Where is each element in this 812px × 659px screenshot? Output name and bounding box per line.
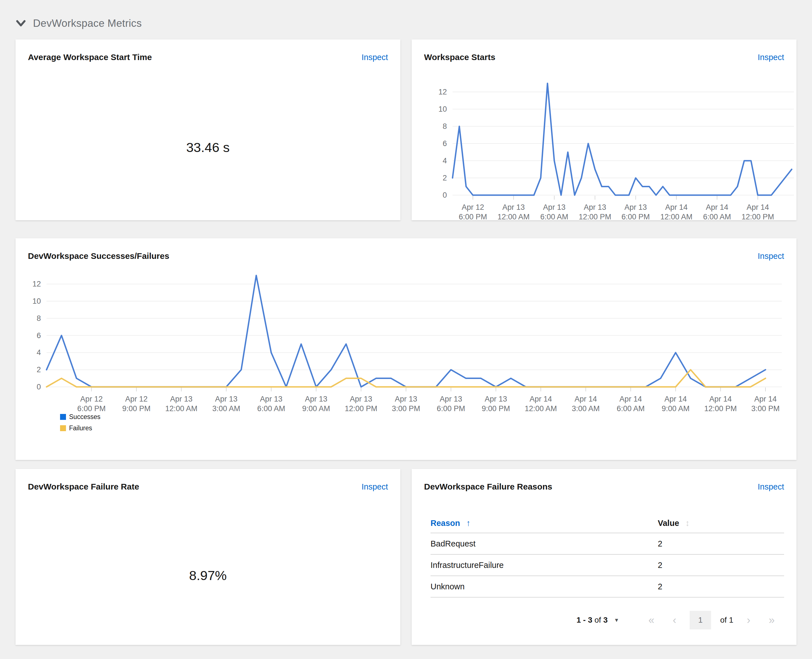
pagination-range: 1 - 3 of 3: [577, 616, 608, 624]
svg-text:Apr 13: Apr 13: [440, 395, 462, 403]
svg-text:12:00 PM: 12:00 PM: [345, 404, 377, 413]
caret-down-icon: ▾: [615, 616, 618, 624]
svg-text:Apr 14: Apr 14: [575, 395, 597, 403]
cell-value: 2: [658, 539, 784, 549]
table-header-row: Reason ↑ Value ↕: [430, 514, 784, 533]
svg-text:6:00 PM: 6:00 PM: [77, 404, 106, 413]
svg-text:12:00 AM: 12:00 AM: [525, 404, 557, 413]
avg-start-time-value: 33.46 s: [16, 140, 400, 155]
cell-value: 2: [658, 561, 784, 570]
svg-text:12:00 AM: 12:00 AM: [497, 213, 530, 221]
legend-item-failures: Failures: [60, 424, 100, 432]
card-title: DevWorkspace Failure Rate: [28, 482, 139, 492]
table-row: BadRequest 2: [430, 533, 784, 555]
section-toggle[interactable]: DevWorkspace Metrics: [16, 17, 142, 29]
svg-text:3:00 PM: 3:00 PM: [751, 404, 780, 413]
svg-text:Apr 14: Apr 14: [665, 395, 687, 403]
cell-value: 2: [658, 582, 784, 591]
svg-text:Apr 13: Apr 13: [503, 203, 525, 211]
section-title: DevWorkspace Metrics: [33, 17, 142, 29]
table-row: Unknown 2: [430, 576, 784, 598]
svg-text:4: 4: [37, 348, 41, 357]
svg-text:0: 0: [443, 191, 447, 199]
card-title: DevWorkspace Failure Reasons: [424, 482, 552, 492]
svg-text:9:00 AM: 9:00 AM: [662, 404, 690, 413]
legend-item-successes: Successes: [60, 413, 100, 421]
svg-text:12:00 PM: 12:00 PM: [741, 213, 774, 221]
svg-text:12: 12: [438, 88, 447, 96]
svg-text:6:00 PM: 6:00 PM: [459, 213, 487, 221]
devworkspace-metrics-page: DevWorkspace Metrics Average Workspace S…: [0, 0, 812, 659]
pagination-of-word: of: [720, 616, 727, 624]
chevron-down-icon: [16, 19, 26, 28]
svg-text:6:00 AM: 6:00 AM: [703, 213, 731, 221]
column-header-reason[interactable]: Reason ↑: [430, 518, 471, 528]
card-title: Average Workspace Start Time: [28, 52, 152, 62]
svg-text:Apr 13: Apr 13: [350, 395, 372, 403]
svg-text:8: 8: [37, 314, 41, 323]
svg-text:Apr 14: Apr 14: [747, 203, 769, 211]
chart-legend: Successes Failures: [60, 413, 100, 432]
sort-ascending-icon: ↑: [466, 518, 471, 528]
current-page-input[interactable]: [690, 611, 711, 629]
cell-reason: InfrastructureFailure: [430, 561, 658, 570]
svg-text:9:00 PM: 9:00 PM: [122, 404, 151, 413]
svg-text:Apr 14: Apr 14: [530, 395, 552, 403]
workspace-starts-line-chart: 024681012Apr 126:00 PMApr 1312:00 AMApr …: [412, 39, 796, 220]
pagination-range-items: 1 - 3: [577, 616, 592, 624]
first-page-button[interactable]: «: [643, 612, 659, 628]
svg-text:6:00 PM: 6:00 PM: [621, 213, 650, 221]
svg-text:Apr 14: Apr 14: [710, 395, 732, 403]
cell-reason: BadRequest: [430, 539, 658, 549]
svg-text:6: 6: [443, 139, 447, 148]
table-row: InfrastructureFailure 2: [430, 555, 784, 576]
column-header-value[interactable]: Value ↕: [658, 518, 690, 528]
svg-text:6:00 PM: 6:00 PM: [437, 404, 465, 413]
legend-label-failures: Failures: [69, 424, 92, 432]
pagination-options-toggle[interactable]: 1 - 3 of 3 ▾: [577, 616, 618, 624]
column-label-value: Value: [658, 519, 679, 528]
svg-text:Apr 14: Apr 14: [620, 395, 642, 403]
next-page-button[interactable]: ›: [741, 612, 757, 628]
svg-text:9:00 AM: 9:00 AM: [302, 404, 330, 413]
svg-text:8: 8: [443, 122, 447, 131]
svg-text:Apr 12: Apr 12: [462, 203, 484, 211]
inspect-link-failure-rate[interactable]: Inspect: [362, 482, 388, 492]
svg-text:Apr 13: Apr 13: [260, 395, 282, 403]
pagination-of-word: of: [594, 616, 601, 624]
svg-text:Apr 13: Apr 13: [305, 395, 328, 403]
svg-text:Apr 13: Apr 13: [170, 395, 192, 403]
svg-text:Apr 14: Apr 14: [706, 203, 728, 211]
last-page-button[interactable]: »: [764, 612, 780, 628]
svg-text:10: 10: [32, 297, 41, 305]
svg-text:Apr 12: Apr 12: [80, 395, 103, 403]
svg-text:6:00 AM: 6:00 AM: [616, 404, 645, 413]
svg-text:6:00 AM: 6:00 AM: [257, 404, 285, 413]
svg-text:10: 10: [438, 105, 447, 114]
svg-text:0: 0: [37, 383, 41, 391]
inspect-link-avg-start-time[interactable]: Inspect: [362, 53, 388, 62]
failures-swatch-icon: [60, 425, 66, 431]
pagination-items-total: 3: [603, 616, 608, 624]
successes-failures-line-chart: 024681012Apr 126:00 PMApr 129:00 PMApr 1…: [16, 238, 796, 460]
svg-text:12: 12: [32, 280, 41, 288]
svg-text:Apr 13: Apr 13: [543, 203, 566, 211]
column-label-reason: Reason: [430, 519, 460, 528]
svg-text:2: 2: [443, 174, 447, 182]
svg-text:12:00 PM: 12:00 PM: [704, 404, 737, 413]
svg-text:4: 4: [443, 156, 447, 165]
svg-text:Apr 14: Apr 14: [754, 395, 777, 403]
svg-text:Apr 13: Apr 13: [584, 203, 607, 211]
failure-rate-value: 8.97%: [16, 568, 400, 583]
svg-text:6: 6: [37, 331, 41, 340]
card-failure-reasons: DevWorkspace Failure Reasons Inspect Rea…: [412, 469, 796, 645]
svg-text:3:00 AM: 3:00 AM: [212, 404, 240, 413]
card-successes-failures: DevWorkspace Successes/Failures Inspect …: [16, 238, 796, 460]
previous-page-button[interactable]: ‹: [667, 612, 682, 628]
svg-text:12:00 PM: 12:00 PM: [579, 213, 612, 221]
inspect-link-failure-reasons[interactable]: Inspect: [758, 482, 784, 492]
pagination-total-pages: of 1: [720, 616, 733, 624]
card-average-workspace-start-time: Average Workspace Start Time Inspect 33.…: [16, 39, 400, 220]
svg-text:Apr 12: Apr 12: [125, 395, 148, 403]
svg-text:Apr 13: Apr 13: [215, 395, 238, 403]
